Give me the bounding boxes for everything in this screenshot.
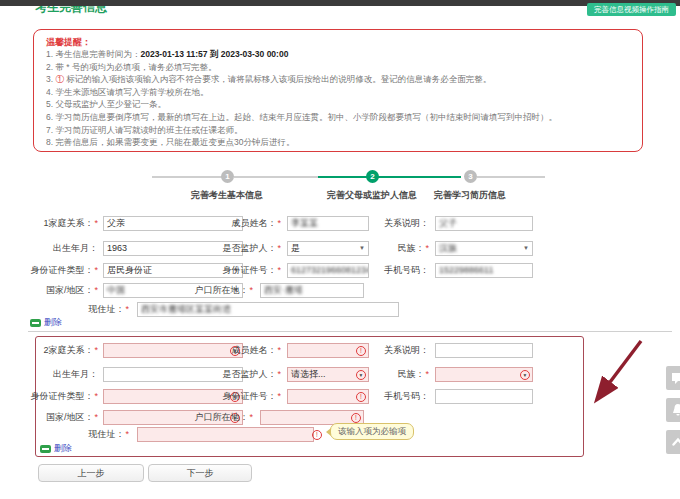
step-1-circle: 1 <box>221 170 234 183</box>
m1-address-label: 现住址：* <box>40 302 129 317</box>
m2-ethnic-label: 民族：* <box>345 367 429 382</box>
m2-idno-label: 身份证件号：* <box>195 389 281 404</box>
m2-guardian-label: 是否监护人：* <box>195 367 281 382</box>
m2-idtype-label: 身份证件类型：* <box>2 389 98 404</box>
chat-button[interactable] <box>666 366 680 390</box>
m1-idtype-label: 身份证件类型：* <box>2 263 98 278</box>
chat-icon <box>670 370 680 386</box>
m1-guardian-label: 是否监护人：* <box>195 241 281 256</box>
m2-birth-label: 出生年月： <box>2 367 98 382</box>
m2-ethnic-select[interactable]: ▾ <box>435 367 533 382</box>
chevron-down-icon: ▼ <box>523 242 529 255</box>
m1-phone-label: 手机号码： <box>345 263 429 278</box>
error-mark-icon: ① <box>55 74 64 84</box>
m1-hukou-label: 户口所在地：* <box>155 283 253 298</box>
step-track-active <box>318 176 461 178</box>
notice-line: 7. 学习简历证明人请写就读时的班主任或任课老师。 <box>46 124 630 137</box>
m2-note-input[interactable] <box>435 343 533 358</box>
step-track <box>477 176 545 178</box>
minus-icon <box>40 445 51 453</box>
m1-note-label: 关系说明： <box>345 216 429 231</box>
next-step-button[interactable]: 下一步 <box>148 464 252 482</box>
notice-line: 3. ① 标记的输入项指该项输入内容不符合要求，请将鼠标移入该项后按给出的说明修… <box>46 73 630 86</box>
prev-step-button[interactable]: 上一步 <box>38 464 144 482</box>
scroll-top-button[interactable] <box>666 430 680 454</box>
error-icon: ! <box>351 413 361 423</box>
error-icon: ! <box>312 430 322 440</box>
m2-phone-input[interactable] <box>435 389 533 404</box>
m1-hukou-input[interactable]: 西安·雁塔 <box>260 283 364 298</box>
m2-hukou-label: 户口所在地：* <box>155 410 253 425</box>
step-2-circle: 2 <box>366 170 379 183</box>
m1-ethnic-label: 民族：* <box>345 241 429 256</box>
candidate-info-page: 考生完善信息 完善信息视频操作指南 温馨提醒： 1. 考生信息完善时间为：202… <box>0 0 680 499</box>
m1-relation-label: 1家庭关系：* <box>2 216 98 231</box>
section-divider <box>28 331 672 332</box>
annotation-arrow <box>584 336 648 412</box>
m2-country-label: 国家/地区：* <box>2 410 98 425</box>
required-tooltip: 该输入项为必输项 <box>330 423 414 440</box>
notice-title: 温馨提醒： <box>46 36 630 48</box>
notice-line: 2. 带 * 号的项均为必填项，请务必填写完整。 <box>46 61 630 74</box>
bell-icon <box>670 402 680 418</box>
notice-line: 1. 考生信息完善时间为：2023-01-13 11:57 到 2023-03-… <box>46 48 630 61</box>
step-track <box>152 176 222 178</box>
m1-address-input[interactable]: 西安市雁塔区某某街道 <box>137 302 399 317</box>
m1-idno-label: 身份证件号：* <box>195 263 281 278</box>
notice-time-range: 2023-01-13 11:57 到 2023-03-30 00:00 <box>140 49 288 59</box>
m1-phone-input[interactable]: 15229886611 <box>435 263 533 278</box>
m1-country-label: 国家/地区：* <box>2 283 98 298</box>
minus-icon <box>30 319 41 327</box>
step-1-label: 完善考生基本信息 <box>157 189 297 202</box>
notice-line: 5. 父母或监护人至少登记一条。 <box>46 98 630 111</box>
step-track <box>234 176 318 178</box>
m2-relation-label: 2家庭关系：* <box>2 343 98 358</box>
notice-line: 4. 学生来源地区请填写入学前学校所在地。 <box>46 86 630 99</box>
notice-line: 6. 学习简历信息要倒序填写，最新的填写在上边。起始、结束年月应连贯。初中、小学… <box>46 111 630 124</box>
m1-delete-link[interactable]: 删除 <box>30 317 62 327</box>
guide-button[interactable]: 完善信息视频操作指南 <box>587 3 676 16</box>
m2-name-label: 成员姓名：* <box>195 343 281 358</box>
top-dark-bar <box>0 0 680 6</box>
chevron-up-icon <box>670 434 680 450</box>
step-3-label: 完善学习简历信息 <box>400 189 540 202</box>
notice-box: 温馨提醒： 1. 考生信息完善时间为：2023-01-13 11:57 到 20… <box>33 29 643 152</box>
m2-note-label: 关系说明： <box>345 343 429 358</box>
error-icon: ▾ <box>520 370 530 380</box>
m1-note-input[interactable]: 父子 <box>435 216 533 231</box>
notice-line: 8. 完善信息后，如果需要变更，只能在最近变更点30分钟后进行。 <box>46 136 630 149</box>
m2-delete-link[interactable]: 删除 <box>40 443 72 453</box>
notify-button[interactable] <box>666 398 680 422</box>
m2-phone-label: 手机号码： <box>345 389 429 404</box>
m2-address-label: 现住址：* <box>40 427 129 442</box>
m1-birth-label: 出生年月： <box>2 241 98 256</box>
m1-name-label: 成员姓名：* <box>195 216 281 231</box>
m2-address-input[interactable] <box>137 427 314 442</box>
step-3-circle: 3 <box>464 170 477 183</box>
m1-ethnic-select[interactable]: ▼汉族 <box>435 241 533 256</box>
